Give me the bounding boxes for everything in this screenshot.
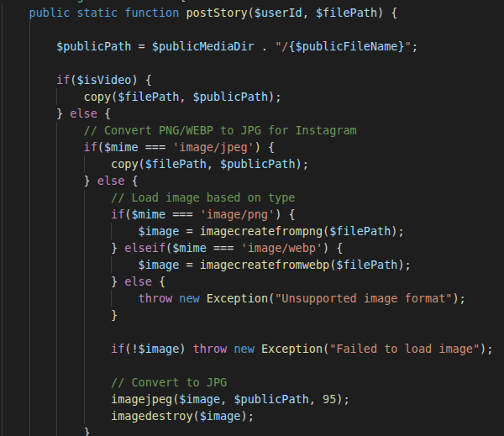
code-token: $filePath (118, 90, 179, 103)
code-token: $publicPath (56, 39, 131, 53)
indent-guide (56, 424, 57, 436)
indent-guide (29, 21, 30, 38)
code-line-text: throw new Exception("Unsupported image f… (0, 290, 466, 307)
code-token: ); (397, 258, 411, 271)
code-line-text: } else { (0, 172, 139, 189)
code-token: new (179, 292, 199, 305)
indent-guide (84, 290, 85, 307)
indent-guide (84, 374, 85, 391)
indent-guide (2, 307, 3, 323)
indent-guide (56, 206, 57, 223)
code-token: // Convert PNG/WEBP to JPG for Instagram (84, 123, 357, 137)
code-token: imagejpeg (111, 392, 172, 406)
code-token: new (234, 342, 254, 355)
indent-guide (2, 55, 3, 71)
code-token: throw (139, 292, 173, 305)
indent-guide (84, 256, 85, 273)
code-token: (! (124, 342, 138, 355)
indent-guide (56, 139, 57, 155)
indent-guide (56, 340, 57, 357)
code-token: $filePath (336, 258, 397, 271)
indent-guide (56, 407, 57, 424)
code-token: // Load image based on type (111, 191, 295, 204)
code-token: "/ (275, 39, 288, 53)
code-line-text: } (0, 307, 118, 323)
code-token: else (70, 107, 97, 120)
code-token: } (84, 426, 91, 436)
code-line: } (0, 307, 504, 323)
indent-guide (2, 21, 3, 38)
code-token: throw (193, 342, 228, 355)
indent-guide (56, 223, 57, 239)
code-token (200, 292, 207, 305)
code-token: ( (111, 90, 118, 103)
indent-guide (29, 38, 30, 55)
code-line: imagedestroy($image); (0, 407, 504, 424)
indent-guide (56, 323, 57, 340)
code-token: $mime (172, 241, 207, 255)
indent-guide (29, 424, 30, 436)
code-token: ( (139, 157, 145, 171)
code-line: $publicPath = $publicMediaDir . "/{$publ… (0, 38, 504, 55)
indent-guide (84, 391, 85, 407)
code-token: // Convert to JPG (111, 376, 227, 389)
indent-guide (29, 189, 30, 206)
code-line: } elseif($mime === 'image/webp') { (0, 239, 504, 256)
indent-guide (56, 290, 57, 307)
code-line-text: if($isVideo) { (0, 71, 152, 88)
indent-guide (84, 189, 85, 206)
code-token: $filePath (145, 157, 207, 171)
code-line-text: } else { (0, 273, 165, 290)
code-token (255, 342, 261, 355)
code-line: if(!$image) throw new Exception("Failed … (0, 340, 504, 357)
code-token: {$publicFileName} (288, 39, 404, 53)
code-token: , (302, 6, 316, 19)
code-line: } else { (0, 273, 504, 290)
code-token: ( (323, 224, 329, 238)
code-token: } (111, 241, 124, 255)
code-token: else (97, 174, 125, 187)
code-token: $publicPath (193, 90, 268, 103)
code-token: ) { (255, 140, 275, 154)
indent-guide (2, 172, 3, 189)
code-token: $publicPath (220, 157, 295, 171)
code-token: $isVideo (76, 73, 131, 87)
code-line: // Convert PNG/WEBP to JPG for Instagram (0, 122, 504, 139)
indent-guide (29, 122, 30, 139)
code-token: 95 (323, 392, 336, 406)
code-token: { (172, 0, 186, 3)
indent-guide (2, 256, 3, 273)
code-token: class (2, 0, 36, 3)
indent-guide (29, 71, 30, 88)
indent-guide (56, 307, 57, 323)
code-token: ) { (377, 6, 397, 19)
code-token: ) { (275, 207, 295, 221)
code-line-text: imagejpeg($image, $publicPath, 95); (0, 391, 350, 407)
code-token: $image (179, 392, 220, 406)
code-token: $image (139, 258, 180, 271)
code-token: $image (139, 224, 180, 238)
code-token: = (131, 39, 151, 53)
code-token: ) (179, 342, 192, 355)
indent-guide (56, 122, 57, 139)
code-line: copy($filePath, $publicPath); (0, 155, 504, 172)
indent-guide (2, 424, 3, 436)
code-line-text: if($mime === 'image/jpeg') { (0, 139, 275, 155)
indent-guide (2, 4, 3, 21)
indent-guide (29, 323, 30, 340)
code-line-text: imagedestroy($image); (0, 407, 255, 424)
indent-guide (84, 206, 85, 223)
code-token: , (309, 392, 323, 406)
code-line: if($mime === 'image/jpeg') { (0, 139, 504, 155)
code-token: } (56, 107, 70, 120)
indent-guide (2, 38, 3, 55)
indent-guide (2, 88, 3, 105)
code-token: 'image/png' (200, 207, 275, 221)
code-token: , (179, 90, 192, 103)
code-token: ; (412, 39, 418, 53)
code-token: } (84, 174, 97, 187)
code-token: ); (336, 392, 349, 406)
code-line (0, 55, 504, 71)
indent-guide (84, 357, 85, 374)
code-area[interactable]: class InstagramStoriesAPI {public static… (0, 0, 504, 436)
